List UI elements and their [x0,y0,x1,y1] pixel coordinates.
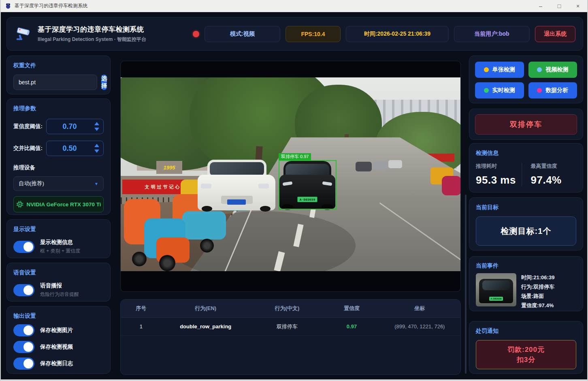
blue-dot-icon [537,67,542,72]
app-header: 基于深度学习的违章停车检测系统 Illegal Parking Detectio… [6,17,583,51]
cell-confidence: 0.97 [324,323,379,330]
max-confidence-label: 最高置信度 [531,163,577,170]
mode-button-label: 单张检测 [492,66,515,73]
cell-index: 1 [121,323,162,330]
close-button[interactable]: × [569,0,587,12]
data-analysis-button[interactable]: 数据分析 [528,82,577,98]
target-count-badge: 检测目标:1个 [476,216,576,246]
maximize-button[interactable]: □ [550,0,569,12]
mode-button-label: 视频检测 [545,66,568,73]
penalty-fine: 罚款:200元 [507,345,545,355]
page-title: 基于深度学习的违章停车检测系统 [38,25,146,34]
chevron-down-icon: ▼ [94,182,98,186]
time-badge: 时间:2026-02-25 21:06:39 [346,26,449,42]
red-car [442,176,461,195]
headlight [201,184,211,188]
toggle-sublabel: 危险行为语音提醒 [40,291,79,298]
video-feed-panel: 1995 文明过节记心间 [120,61,461,292]
minimize-button[interactable]: – [531,0,550,12]
arrow-up-icon[interactable] [94,122,99,125]
window-titlebar: 基于深度学习的违章停车检测系统 – □ × [1,0,587,12]
police-officer-icon [5,3,11,9]
violation-alert-badge: 双排停车 [475,114,577,135]
cell-behavior-en: double_row_parking [162,323,250,330]
toggle-label: 保存检测图片 [40,327,73,334]
weights-panel: 权重文件 选择 [6,56,111,94]
street-scene-photo: 1995 文明过节记心间 [121,77,461,271]
cyan-scooter [182,211,226,240]
device-label: 推理设备 [13,164,104,171]
iou-threshold-value: 0.50 [47,144,93,153]
save-detection-image-toggle[interactable] [13,324,34,336]
penalty-points: 扣3分 [517,355,535,365]
table-row: 1 double_row_parking 双排停车 0.97 (899, 470… [121,318,460,336]
column-header: 序号 [121,305,162,312]
detections-table-panel: 序号 行为(EN) 行为(中文) 置信度 坐标 1 double_row_par… [120,299,461,375]
gpu-name: NVIDIA GeForce RTX 3070 Ti [27,201,101,208]
cell-coordinates: (899, 470, 1221, 726) [379,323,460,330]
toggle-label: 语音播报 [40,282,79,289]
arrow-down-icon[interactable] [94,128,99,131]
voice-settings-panel: 语音设置 语音播报 危险行为语音提醒 [6,263,111,302]
current-target-panel: 当前目标 检测目标:1个 [469,197,583,250]
iou-threshold-stepper[interactable]: 0.50 [46,141,104,156]
max-confidence-value: 97.4% [531,174,577,186]
thumbnail-license-plate: A·D83039 [489,297,503,301]
params-title: 推理参数 [13,105,104,112]
mode-button-label: 实时检测 [492,87,515,94]
iou-threshold-label: 交并比阈值: [13,145,46,152]
save-detection-log-toggle[interactable] [13,357,34,370]
toggle-label: 保存检测视频 [40,343,73,351]
display-settings-title: 显示设置 [13,226,104,233]
yellow-dot-icon [484,67,489,72]
exit-system-button[interactable]: 退出系统 [535,26,575,42]
scrollbar[interactable] [465,195,467,374]
voice-settings-title: 语音设置 [13,269,104,276]
shop-sign: 1995 [156,161,182,174]
column-header: 行为(中文) [250,305,325,312]
scooter-wheel [200,239,214,253]
device-selected-value: 自动(推荐) [19,180,44,187]
current-target-title: 当前目标 [476,204,576,211]
event-behavior: 行为:双排停车 [521,283,554,291]
confidence-threshold-value: 0.70 [47,122,93,131]
thumbnail-windshield [482,280,510,290]
penalty-notice-badge: 罚款:200元 扣3分 [476,340,576,369]
user-badge: 当前用户:bob [454,26,530,42]
detection-info-title: 检测信息 [476,150,576,157]
select-weights-button[interactable]: 选择 [101,75,107,90]
pink-dot-icon [537,88,542,93]
detection-info-panel: 检测信息 推理耗时 95.3 ms 最高置信度 97.4% [469,143,583,193]
video-detect-button[interactable]: 视频检测 [528,62,577,78]
latency-label: 推理耗时 [476,163,522,170]
arrow-down-icon[interactable] [94,150,99,153]
column-header: 行为(EN) [162,305,250,312]
white-suv-plate [227,199,246,205]
single-image-detect-button[interactable]: 单张检测 [475,62,524,78]
record-dot-icon [193,31,199,37]
column-header: 置信度 [324,305,379,312]
headlight [258,184,269,188]
save-detection-video-toggle[interactable] [13,341,34,353]
wheel [260,206,271,212]
mode-badge: 模式:视频 [205,26,280,42]
detection-bounding-box: 双排停车 0.97 [279,160,337,210]
confidence-threshold-label: 置信度阈值: [13,123,46,130]
weights-file-input[interactable] [13,75,97,90]
green-dot-icon [484,88,489,93]
fps-badge: FPS:10.4 [285,26,341,42]
toggle-label: 显示检测信息 [40,239,80,246]
mode-button-label: 数据分析 [545,87,568,94]
confidence-threshold-stepper[interactable]: 0.70 [46,119,104,134]
inference-params-panel: 推理参数 置信度阈值: 0.70 交并比阈值: 0.50 推理设备 [6,98,111,215]
gpu-badge: NVIDIA GeForce RTX 3070 Ti [13,196,104,212]
alert-panel: 双排停车 [469,109,583,140]
distant-car [356,162,372,171]
realtime-detect-button[interactable]: 实时检测 [475,82,524,98]
scooter-wheel [132,252,147,266]
device-select[interactable]: 自动(推荐) ▼ [13,176,104,191]
voice-broadcast-toggle[interactable] [13,284,34,296]
show-detection-info-toggle[interactable] [13,241,34,253]
distant-car [388,160,402,168]
arrow-up-icon[interactable] [94,144,99,147]
